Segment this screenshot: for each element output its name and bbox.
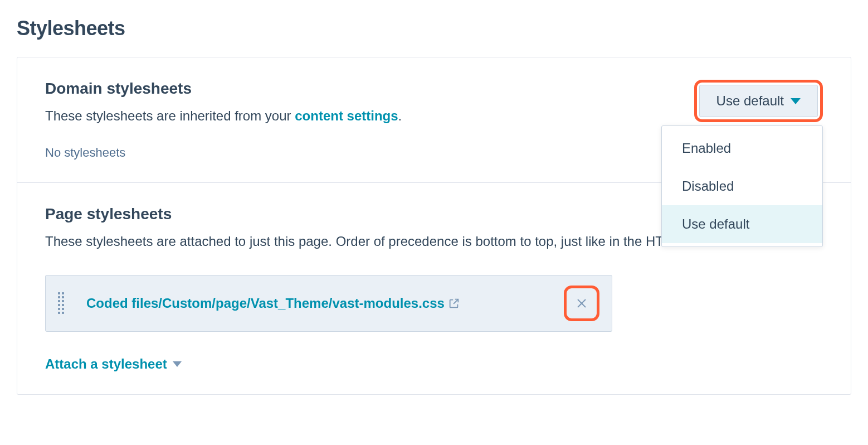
remove-stylesheet-button[interactable]: [569, 291, 594, 316]
dropdown-option-enabled[interactable]: Enabled: [662, 129, 822, 167]
page-title: Stylesheets: [17, 17, 851, 40]
dropdown-menu: Enabled Disabled Use default: [661, 125, 823, 247]
use-default-dropdown[interactable]: Use default: [699, 85, 818, 117]
domain-stylesheets-description: These stylesheets are inherited from you…: [45, 105, 402, 127]
domain-stylesheets-section: Domain stylesheets These stylesheets are…: [17, 57, 851, 182]
dropdown-option-disabled[interactable]: Disabled: [662, 167, 822, 205]
description-text: These stylesheets are inherited from you…: [45, 108, 295, 123]
caret-down-icon: [791, 98, 801, 104]
stylesheets-panel: Domain stylesheets These stylesheets are…: [17, 57, 851, 395]
domain-dropdown-wrap: Use default Enabled Disabled Use default: [694, 80, 823, 122]
external-link-icon: [448, 297, 460, 309]
content-settings-link[interactable]: content settings: [295, 108, 398, 123]
description-suffix: .: [398, 108, 402, 123]
caret-down-icon: [173, 361, 182, 367]
dropdown-option-use-default[interactable]: Use default: [662, 205, 822, 243]
stylesheet-row: Coded files/Custom/page/Vast_Theme/vast-…: [45, 275, 612, 332]
stylesheet-path: Coded files/Custom/page/Vast_Theme/vast-…: [86, 296, 445, 311]
no-stylesheets-text: No stylesheets: [45, 146, 402, 160]
drag-handle-icon[interactable]: [58, 292, 64, 314]
dropdown-label: Use default: [716, 93, 784, 109]
domain-stylesheets-heading: Domain stylesheets: [45, 80, 402, 98]
attach-stylesheet-label: Attach a stylesheet: [45, 356, 167, 372]
close-icon: [576, 298, 587, 309]
highlight-annotation: Use default: [694, 80, 823, 122]
highlight-annotation: [564, 286, 599, 321]
stylesheet-file-link[interactable]: Coded files/Custom/page/Vast_Theme/vast-…: [86, 296, 553, 311]
attach-stylesheet-button[interactable]: Attach a stylesheet: [45, 356, 182, 372]
